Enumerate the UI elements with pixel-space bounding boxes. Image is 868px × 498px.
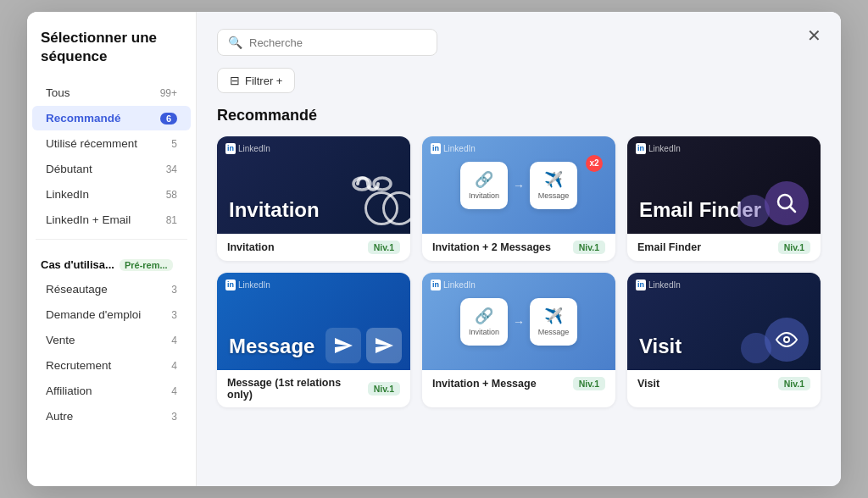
card-message[interactable]: in LinkedIn Message <box>217 273 410 407</box>
card-emailfinder[interactable]: in LinkedIn Email Finder Email Finder <box>627 136 821 261</box>
card-image-invmsg: in LinkedIn 🔗 Invitation → ✈️ Message <box>422 273 615 370</box>
niv-badge: Niv.1 <box>778 241 810 254</box>
card-invmsg[interactable]: in LinkedIn 🔗 Invitation → ✈️ Message <box>422 273 615 407</box>
linkedin-label-area: in LinkedIn <box>636 279 681 290</box>
sidebar: Sélectionner une séquence Tous 99+ Recom… <box>27 12 197 486</box>
sidebar-item-demande[interactable]: Demande d'emploi 3 <box>32 302 191 327</box>
sidebar-item-badge: 5 <box>171 138 177 150</box>
sidebar-item-vente[interactable]: Vente 4 <box>32 328 191 352</box>
flow-box-label: Invitation <box>469 328 499 336</box>
sidebar-item-affiliation[interactable]: Affiliation 4 <box>32 379 191 403</box>
card-title: Invitation + 2 Messages <box>432 241 551 253</box>
linkedin-text: LinkedIn <box>238 144 270 153</box>
sidebar-item-recrutement[interactable]: Recrutement 4 <box>32 353 191 378</box>
search-input[interactable] <box>249 36 426 49</box>
card-title: Invitation + Message <box>432 378 537 390</box>
linkedin-label-area: in LinkedIn <box>636 143 681 154</box>
section2-header: Cas d'utilisa... Pré-rem... <box>27 246 196 276</box>
card-overlay-title: Visit <box>639 335 682 358</box>
eye-circle <box>765 318 809 362</box>
sidebar-item-badge: 4 <box>171 360 177 372</box>
card-footer: Email Finder Niv.1 <box>627 234 821 261</box>
sidebar-item-label: Affiliation <box>46 385 92 397</box>
sidebar-item-linkedin-email[interactable]: LinkedIn + Email 81 <box>32 208 191 232</box>
filter-label: Filtrer + <box>245 75 282 87</box>
section2-label: Cas d'utilisa... <box>41 258 114 271</box>
sidebar-item-badge: 99+ <box>160 87 177 99</box>
card-footer: Message (1st relations only) Niv.1 <box>217 370 410 407</box>
linkedin-logo: in <box>636 279 646 290</box>
cards-grid: in LinkedIn Invitation <box>217 136 821 407</box>
sidebar-item-label: LinkedIn <box>46 188 89 201</box>
sidebar-item-badge: 58 <box>166 189 177 201</box>
flow-box-invitation: 🔗 Invitation <box>460 162 508 209</box>
sidebar-item-label: Recommandé <box>46 112 121 125</box>
divider <box>36 239 187 240</box>
sidebar-title: Sélectionner une séquence <box>27 29 196 80</box>
message-icon: ✈️ <box>544 170 563 189</box>
sidebar-item-badge: 4 <box>171 385 177 397</box>
plane-icons <box>326 328 402 363</box>
card-invitation[interactable]: in LinkedIn Invitation <box>217 136 410 261</box>
linkedin-label-area: in LinkedIn <box>225 143 270 154</box>
linkedin-text: LinkedIn <box>443 280 476 290</box>
search-icon: 🔍 <box>228 36 242 49</box>
card-title: Visit <box>637 378 659 390</box>
sidebar-item-label: Autre <box>46 410 73 423</box>
link-icon: 🔗 <box>475 170 493 189</box>
chain-link-icon <box>349 168 395 203</box>
card-footer: Invitation Niv.1 <box>217 234 410 261</box>
sidebar-item-debutant[interactable]: Débutant 34 <box>32 157 191 181</box>
card-title: Message (1st relations only) <box>227 377 368 401</box>
flow-box-message: ✈️ Message x2 <box>530 162 577 209</box>
search-bar: 🔍 <box>217 29 437 56</box>
niv-badge: Niv.1 <box>573 241 605 254</box>
sidebar-item-label: Utilisé récemment <box>46 137 137 150</box>
card-footer: Invitation + 2 Messages Niv.1 <box>422 234 615 261</box>
linkedin-logo: in <box>225 279 236 290</box>
flow-box-message: ✈️ Message <box>530 298 577 346</box>
sidebar-item-recemment[interactable]: Utilisé récemment 5 <box>32 131 191 156</box>
linkedin-label-area: in LinkedIn <box>431 143 476 154</box>
flow-box-invitation: 🔗 Invitation <box>460 298 508 346</box>
linkedin-text: LinkedIn <box>648 144 681 153</box>
sidebar-item-autre[interactable]: Autre 3 <box>32 404 191 429</box>
flow-arrow: → <box>513 179 525 192</box>
close-button[interactable]: ✕ <box>802 24 826 47</box>
sidebar-item-label: Débutant <box>46 163 92 175</box>
sidebar-item-label: LinkedIn + Email <box>46 213 131 226</box>
card-footer: Visit Niv.1 <box>627 370 821 397</box>
flow-container: 🔗 Invitation → ✈️ Message <box>460 298 577 346</box>
linkedin-label-area: in LinkedIn <box>225 279 270 290</box>
sidebar-item-label: Réseautage <box>46 283 108 296</box>
card-image-message: in LinkedIn Message <box>217 273 410 370</box>
linkedin-logo: in <box>636 143 646 154</box>
filter-icon: ⊟ <box>230 74 240 87</box>
linkedin-logo: in <box>431 143 441 154</box>
card-title: Invitation <box>227 241 275 253</box>
filter-button[interactable]: ⊟ Filtrer + <box>217 68 295 93</box>
blue-circle <box>741 333 771 363</box>
sidebar-item-badge: 4 <box>171 335 177 346</box>
flow-box-label: Message <box>538 328 570 336</box>
sidebar-item-badge: 6 <box>160 113 177 125</box>
link-icon: 🔗 <box>475 307 493 325</box>
flow-container: 🔗 Invitation → ✈️ Message x2 <box>460 162 577 209</box>
sidebar-item-badge: 3 <box>171 309 177 321</box>
card-overlay-title: Message <box>229 335 314 358</box>
linkedin-text: LinkedIn <box>238 280 270 290</box>
sidebar-item-recommande[interactable]: Recommandé 6 <box>32 106 191 130</box>
sidebar-item-label: Demande d'emploi <box>46 308 141 321</box>
card-inv2msg[interactable]: in LinkedIn 🔗 Invitation → ✈️ Message x2 <box>422 136 615 261</box>
sidebar-item-tous[interactable]: Tous 99+ <box>32 80 191 105</box>
card-visit[interactable]: in LinkedIn Visit Visit N <box>627 273 821 407</box>
flow-box-label: Invitation <box>469 191 499 200</box>
purple-circle <box>737 195 770 227</box>
card-image-emailfinder: in LinkedIn Email Finder <box>627 136 821 234</box>
niv-badge: Niv.1 <box>778 377 810 390</box>
sidebar-item-reseautage[interactable]: Réseautage 3 <box>32 277 191 302</box>
flow-arrow: → <box>513 315 525 329</box>
sidebar-item-label: Recrutement <box>46 359 111 372</box>
card-overlay-title: Invitation <box>229 198 320 222</box>
sidebar-item-linkedin[interactable]: LinkedIn 58 <box>32 182 191 207</box>
